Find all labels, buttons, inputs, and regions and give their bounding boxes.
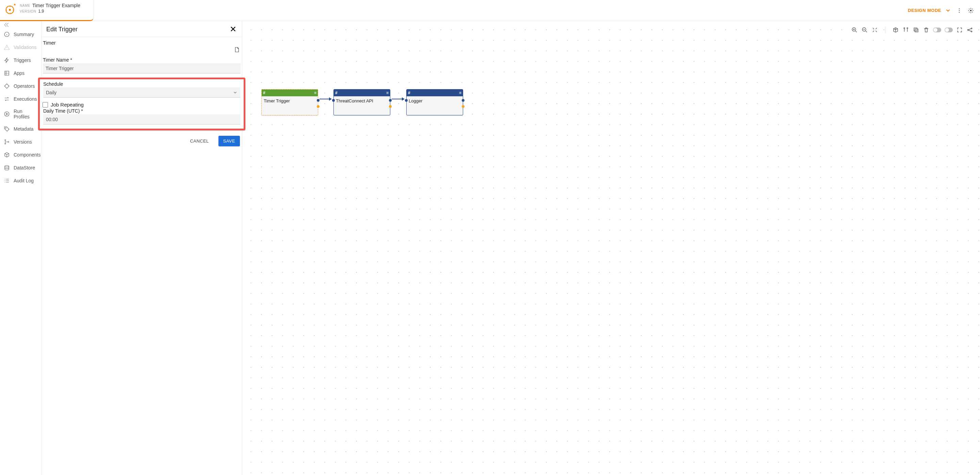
sidebar-item-versions[interactable]: Versions (0, 135, 41, 148)
mode-label: DESIGN MODE (908, 8, 941, 13)
svg-point-21 (971, 28, 972, 29)
port-out-fail[interactable] (462, 105, 465, 108)
warning-icon (3, 44, 10, 51)
sidebar-item-audit-log[interactable]: Audit Log (0, 174, 41, 187)
port-in[interactable] (405, 99, 408, 102)
job-repeating-checkbox[interactable] (43, 102, 48, 108)
name-label: NAME (20, 4, 30, 8)
sidebar-item-operators[interactable]: Operators (0, 79, 41, 92)
sidebar-item-label: Components (14, 152, 40, 157)
hash-icon: # (408, 91, 410, 95)
play-icon (3, 111, 10, 118)
chevron-down-icon (233, 90, 237, 95)
design-mode-button[interactable]: DESIGN MODE (908, 8, 951, 13)
sidebar-item-label: Triggers (14, 57, 31, 63)
sidebar-item-label: Metadata (14, 126, 33, 132)
share-icon[interactable] (966, 27, 973, 33)
sidebar-item-triggers[interactable]: Triggers (0, 54, 41, 67)
hash-icon: # (263, 91, 266, 95)
toggle-2[interactable] (945, 27, 953, 32)
diamond-icon (3, 83, 10, 89)
sidebar-item-summary[interactable]: Summary (0, 28, 41, 41)
database-icon (3, 164, 10, 171)
svg-point-12 (8, 141, 9, 143)
cube-icon[interactable] (892, 27, 899, 33)
daily-time-input[interactable] (43, 114, 240, 124)
fullscreen-icon[interactable] (956, 27, 963, 33)
playbook-header-tab: NAME Timer Trigger Example VERSION 1.9 (0, 0, 94, 21)
timer-name-label: Timer Name * (43, 57, 240, 63)
svg-point-11 (5, 143, 6, 144)
more-vertical-icon[interactable] (956, 8, 962, 14)
sidebar-item-label: Validations (14, 44, 37, 50)
sidebar-item-label: DataStore (14, 165, 35, 170)
svg-point-22 (971, 31, 972, 32)
trigger-type-label: Timer (43, 40, 56, 46)
branch-icon (3, 138, 10, 145)
bolt-icon (3, 57, 10, 64)
sidebar-item-label: Operators (14, 83, 35, 89)
schedule-label: Schedule (43, 81, 240, 87)
port-out-success[interactable] (317, 99, 320, 102)
cancel-button[interactable]: CANCEL (185, 136, 214, 146)
toggle-1[interactable] (933, 27, 941, 32)
svg-point-10 (5, 140, 6, 141)
sidebar-item-components[interactable]: Components (0, 148, 41, 161)
chevron-down-icon (945, 8, 951, 13)
svg-point-13 (5, 165, 9, 167)
svg-point-8 (5, 111, 9, 116)
top-toolbar: DESIGN MODE (0, 0, 980, 21)
collapse-sidebar-icon[interactable] (3, 22, 10, 29)
sidebar-item-metadata[interactable]: Metadata (0, 122, 41, 135)
canvas[interactable]: # ≡ Timer Trigger # ≡ ThreatConnect API … (242, 21, 980, 475)
document-icon[interactable] (234, 46, 240, 54)
schedule-highlight-box: Schedule Daily Job Repeating Daily Time … (38, 78, 245, 130)
zoom-in-icon[interactable] (851, 27, 858, 33)
name-value: Timer Trigger Example (32, 3, 80, 8)
node-logger[interactable]: # ≡ Logger (406, 89, 463, 115)
node-titlebar: # ≡ (334, 89, 390, 96)
close-icon[interactable]: ✕ (230, 25, 237, 33)
edge (320, 98, 331, 99)
port-out-fail[interactable] (389, 105, 392, 108)
zoom-out-icon[interactable] (861, 27, 868, 33)
sidebar-item-datastore[interactable]: DataStore (0, 161, 41, 174)
node-threatconnect-api[interactable]: # ≡ ThreatConnect API (334, 89, 390, 115)
tag-icon (3, 126, 10, 132)
port-out-success[interactable] (462, 99, 465, 102)
version-value: 1.9 (38, 9, 44, 14)
save-button[interactable]: SAVE (218, 136, 240, 146)
timer-name-input[interactable] (43, 63, 240, 73)
svg-rect-19 (914, 28, 917, 31)
settings-gear-icon[interactable] (968, 8, 974, 14)
port-out-fail[interactable] (317, 105, 320, 108)
node-timer-trigger[interactable]: # ≡ Timer Trigger (261, 89, 318, 115)
sidebar-item-executions[interactable]: Executions (0, 92, 41, 105)
sidebar-item-apps[interactable]: Apps (0, 67, 41, 79)
copy-icon[interactable] (913, 27, 920, 33)
sidebar-item-label: Audit Log (14, 178, 34, 183)
port-in[interactable] (332, 99, 335, 102)
port-out-success[interactable] (389, 99, 392, 102)
node-titlebar: # ≡ (407, 89, 463, 96)
sidebar-item-run-profiles[interactable]: Run Profiles (0, 105, 41, 122)
align-icon[interactable] (902, 27, 909, 33)
sidebar-item-label: Apps (14, 70, 24, 76)
node-title: Timer Trigger (262, 96, 318, 105)
fit-screen-icon[interactable] (872, 27, 878, 33)
svg-point-2 (959, 8, 959, 9)
job-repeating-label: Job Repeating (51, 102, 84, 108)
canvas-toolbar (846, 25, 978, 35)
node-menu-icon[interactable]: ≡ (459, 91, 461, 95)
sidebar-item-label: Summary (14, 32, 34, 37)
list-icon (3, 177, 10, 184)
node-menu-icon[interactable]: ≡ (386, 91, 388, 95)
playbook-icon (3, 3, 16, 16)
edit-trigger-panel: Edit Trigger ✕ Timer Timer Name * Schedu… (41, 21, 242, 475)
node-menu-icon[interactable]: ≡ (314, 91, 317, 95)
edge (392, 98, 404, 99)
trash-icon[interactable] (923, 27, 930, 33)
svg-point-4 (959, 12, 959, 13)
schedule-select[interactable]: Daily (43, 87, 240, 98)
schedule-value: Daily (46, 90, 56, 95)
